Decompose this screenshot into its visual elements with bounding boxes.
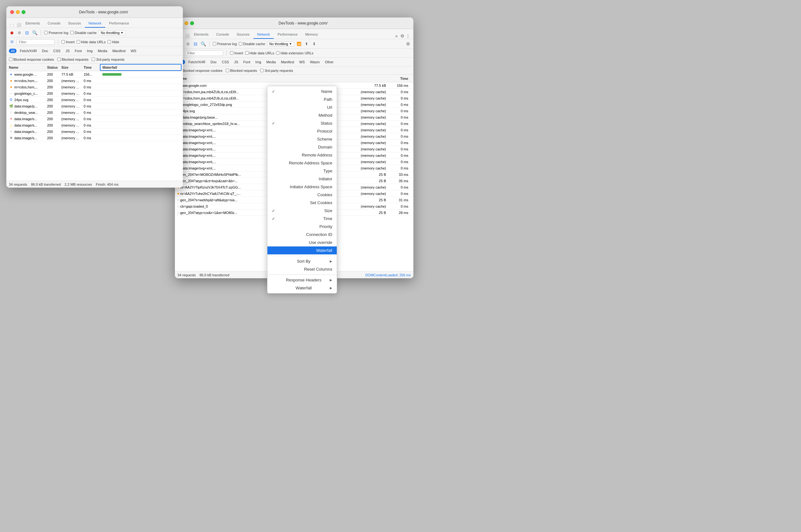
clear-icon-2[interactable]: ⊘ — [185, 41, 191, 47]
menu-item-waterfall-2[interactable]: Waterfall ▶ — [267, 284, 337, 292]
blocked-requests-checkbox-2[interactable] — [226, 69, 229, 72]
third-party-label-1[interactable]: 3rd-party requests — [92, 58, 124, 61]
minimize-button-1[interactable] — [16, 10, 20, 14]
filter-icon-3[interactable]: ⊟ — [193, 41, 198, 47]
throttle-btn-2[interactable]: No throttling ▼ — [267, 41, 294, 46]
table-row[interactable]: ✱ data:image/s... 200 (memory ... 0 ms — [6, 135, 183, 141]
table-row[interactable]: △ data:image/s... 200 (memory ... 0 ms — [6, 122, 183, 129]
table-row[interactable]: G 24px.svg 200 (memory ... 0 ms — [6, 97, 183, 103]
col-header-name-2[interactable]: Name — [177, 77, 360, 80]
tab-console-1[interactable]: Console — [44, 19, 64, 28]
invert-label-1[interactable]: Invert — [61, 40, 75, 44]
menu-item-connection-id[interactable]: Connection ID — [267, 230, 337, 239]
preserve-log-checkbox-1[interactable] — [44, 31, 48, 34]
type-all-1[interactable]: All — [9, 49, 17, 53]
preserve-log-label-2[interactable]: Preserve log — [213, 42, 237, 46]
devtools-icon[interactable]: ⋮⋮ — [9, 22, 15, 28]
col-header-waterfall-1[interactable]: Waterfall — [101, 65, 180, 70]
third-party-checkbox-2[interactable] — [260, 69, 264, 72]
wifi-icon-2[interactable]: 📶 — [296, 41, 302, 47]
menu-item-protocol[interactable]: Protocol — [267, 127, 337, 135]
menu-item-domain[interactable]: Domain — [267, 143, 337, 151]
clear-icon-1[interactable]: ⊘ — [17, 30, 22, 36]
search-icon-1[interactable]: 🔍 — [32, 30, 38, 36]
throttle-btn-1[interactable]: No throttling ▼ — [99, 30, 126, 35]
type-wasm-2[interactable]: Wasm — [308, 60, 322, 64]
filter-icon-2[interactable]: ⊟ — [9, 39, 15, 45]
tab-performance-2[interactable]: Performance — [274, 31, 302, 39]
menu-item-scheme[interactable]: Scheme — [267, 135, 337, 143]
hide-ext-label-1[interactable]: Hide — [108, 40, 119, 44]
menu-item-type[interactable]: Type — [267, 167, 337, 175]
table-row[interactable]: 🌿 data:image/p... 200 (memory ... 0 ms — [6, 103, 183, 109]
preserve-log-label-1[interactable]: Preserve log — [44, 31, 69, 35]
tab-elements-2[interactable]: Elements — [190, 31, 212, 39]
col-header-size-1[interactable]: Size — [61, 65, 84, 69]
type-doc-1[interactable]: Doc — [40, 49, 50, 53]
col-header-name-1[interactable]: Name — [9, 65, 47, 69]
filter-input-2[interactable] — [185, 50, 223, 56]
search-icon-2[interactable]: 🔍 — [200, 41, 206, 47]
table-row[interactable]: ■ m=cdos,hsm,... 200 (memory ... 0 ms — [6, 84, 183, 90]
hide-ext-checkbox-2[interactable] — [276, 51, 280, 55]
more-tabs-icon-2[interactable]: » — [394, 33, 399, 39]
menu-item-waterfall[interactable]: Waterfall — [267, 246, 337, 254]
menu-item-status[interactable]: Status — [267, 119, 337, 127]
menu-item-method[interactable]: Method — [267, 111, 337, 119]
maximize-button-2[interactable] — [190, 21, 194, 25]
menu-item-remote-address-space[interactable]: Remote Address Space — [267, 159, 337, 167]
hide-data-urls-label-1[interactable]: Hide data URLs — [77, 40, 106, 44]
table-row[interactable]: — googlelogo_c... 200 (memory ... 0 ms — [6, 90, 183, 97]
hide-data-urls-checkbox-1[interactable] — [77, 40, 80, 43]
tab-elements-1[interactable]: Elements — [22, 19, 44, 28]
settings-gear-icon-2[interactable]: ⚙ — [405, 41, 411, 47]
menu-item-initiator[interactable]: Initiator — [267, 175, 337, 183]
maximize-button-1[interactable] — [22, 10, 25, 14]
filter-icon-1[interactable]: ⊟ — [24, 30, 30, 36]
type-font-1[interactable]: Font — [73, 49, 84, 53]
menu-item-sort-by[interactable]: Sort By ▶ — [267, 257, 337, 265]
type-ws-1[interactable]: WS — [129, 49, 138, 53]
menu-item-remote-address[interactable]: Remote Address — [267, 151, 337, 159]
minimize-button-2[interactable] — [185, 21, 188, 25]
menu-item-response-headers[interactable]: Response Headers ▶ — [267, 276, 337, 284]
menu-item-priority[interactable]: Priority — [267, 223, 337, 230]
type-media-2[interactable]: Media — [264, 60, 278, 64]
preserve-log-checkbox-2[interactable] — [213, 42, 216, 45]
type-css-1[interactable]: CSS — [52, 49, 63, 53]
menu-item-reset-columns[interactable]: Reset Columns — [267, 265, 337, 273]
invert-checkbox-2[interactable] — [230, 51, 233, 55]
menu-item-url[interactable]: Url — [267, 103, 337, 111]
menu-item-path[interactable]: Path — [267, 95, 337, 103]
settings-icon-2[interactable]: ⚙ — [399, 33, 405, 39]
download-icon-2[interactable]: ⬇ — [311, 41, 317, 47]
type-js-1[interactable]: JS — [63, 49, 72, 53]
disable-cache-checkbox-1[interactable] — [70, 31, 74, 34]
third-party-checkbox-1[interactable] — [92, 58, 95, 61]
blocked-requests-label-1[interactable]: Blocked requests — [57, 58, 89, 61]
hide-ext-label-2[interactable]: Hide extension URLs — [276, 51, 313, 55]
col-header-status-1[interactable]: Status — [47, 65, 61, 69]
menu-item-size[interactable]: Size — [267, 207, 337, 215]
invert-label-2[interactable]: Invert — [230, 51, 243, 55]
menu-item-initiator-address-space[interactable]: Initiator Address Space — [267, 183, 337, 191]
upload-icon-2[interactable]: ⬆ — [304, 41, 309, 47]
table-row[interactable]: ≈ data:image/s... 200 (memory ... 0 ms — [6, 129, 183, 135]
blocked-requests-checkbox-1[interactable] — [57, 58, 61, 61]
type-ws-2[interactable]: WS — [297, 60, 307, 64]
blocked-cookies-label-2[interactable]: Blocked response cookies — [177, 69, 223, 73]
type-fetch-1[interactable]: Fetch/XHR — [18, 49, 39, 53]
table-row[interactable]: ■ m=cdos,hsm,... 200 (memory ... 0 ms — [6, 78, 183, 84]
tab-performance-1[interactable]: Performance — [105, 19, 133, 28]
record-icon-1[interactable]: ⏺ — [9, 30, 15, 36]
close-button-1[interactable] — [10, 10, 14, 14]
filter-input-1[interactable] — [17, 39, 55, 45]
tab-sources-2[interactable]: Sources — [233, 31, 253, 39]
table-row[interactable]: ■ www.google.... 200 77.5 kB 156... — [6, 71, 183, 78]
menu-item-cookies[interactable]: Cookies — [267, 191, 337, 199]
hide-data-urls-checkbox-2[interactable] — [245, 51, 249, 55]
device-icon-2[interactable]: ⬜ — [185, 33, 190, 39]
disable-cache-label-1[interactable]: Disable cache — [70, 31, 97, 35]
menu-item-name[interactable]: Name — [267, 88, 337, 95]
hide-data-urls-label-2[interactable]: Hide data URLs — [245, 51, 274, 55]
